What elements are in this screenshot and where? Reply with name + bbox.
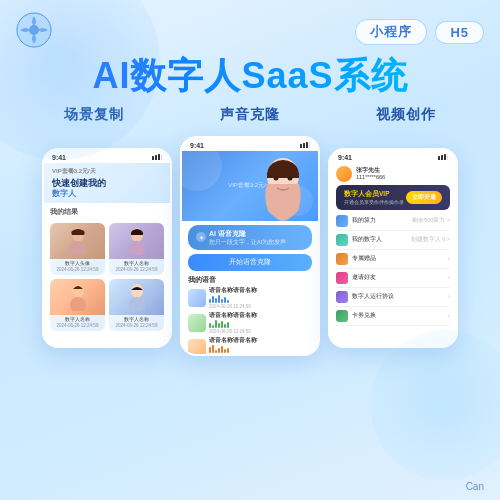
svg-rect-24	[441, 155, 443, 160]
vip-banner: 数字人会员VIP 开通会员享受作伴作操作录 立即开通	[336, 185, 450, 210]
phone2-banner: VIP套餐3.2元/天	[182, 151, 318, 221]
status-bar-2: 9:41	[182, 138, 318, 151]
svg-point-9	[129, 241, 145, 255]
user-avatar	[336, 166, 352, 182]
miniprogram-badge: 小程序	[355, 19, 427, 45]
avatar-card-1: 数字人头像 2024-06-26 12:24:59	[50, 223, 105, 275]
voice-item-3: 语音名称语音名称 2024-06-26 12:24:59	[188, 337, 312, 356]
voice-clone-btn[interactable]: 开始语音克隆	[188, 254, 312, 271]
avatar-card-3: 数字人名称 2024-06-26 12:24:59	[50, 279, 105, 331]
voice-item-1: 语音名称语音名称 2024-06-26 12:24:59	[188, 287, 312, 309]
svg-text:✦: ✦	[199, 235, 204, 241]
svg-point-13	[129, 297, 145, 311]
menu-item-4: 邀请好友 ›	[336, 269, 450, 288]
avatar-card-2: 数字人名称 2024-06-26 12:24:59	[109, 223, 164, 275]
menu-item-1: 我的算力 剩余500算力 >	[336, 212, 450, 231]
svg-rect-4	[158, 154, 160, 160]
svg-rect-5	[161, 154, 162, 160]
feature-voice: 声音克隆	[220, 106, 280, 124]
phone1-section: 我的结果	[44, 203, 170, 221]
svg-rect-23	[438, 156, 440, 160]
svg-point-20	[288, 175, 293, 180]
phone-mockup-2: 9:41 VIP套餐3	[180, 136, 320, 356]
menu-item-2: 我的数字人 创建数字人 0 >	[336, 231, 450, 250]
vip-open-btn[interactable]: 立即开通	[406, 191, 442, 204]
svg-rect-15	[303, 143, 305, 148]
svg-point-12	[131, 284, 143, 298]
voice-list: 语音名称语音名称 2024-06-26 12:24:59	[188, 287, 312, 356]
svg-point-11	[70, 297, 86, 311]
phone3-menu: 我的算力 剩余500算力 > 我的数字人 创建数字人 0 > 专属赠品	[330, 210, 456, 328]
phone-mockup-3: 9:41 张字先生 111*****666 数字人会员VIP 开通会员享受作伴作…	[328, 148, 458, 348]
menu-item-5: 数字人运行协议 ›	[336, 288, 450, 307]
voice-item-2: 语音名称语音名称 2024-06-26 12:24:59	[188, 312, 312, 334]
avatar-card-4: 数字人名称 2024-06-26 12:24:59	[109, 279, 164, 331]
svg-rect-25	[444, 154, 446, 160]
svg-rect-17	[309, 142, 310, 148]
phone1-avatars: 数字人头像 2024-06-26 12:24:59 数字人名称 2024-06-…	[44, 221, 170, 335]
menu-item-3: 专属赠品 ›	[336, 250, 450, 269]
svg-point-7	[70, 241, 86, 255]
phone1-header: VIP套餐3.2元/天 快速创建我的 数字人	[44, 163, 170, 204]
feature-video: 视频创作	[376, 106, 436, 124]
svg-rect-14	[300, 144, 302, 148]
status-bar-3: 9:41	[330, 150, 456, 163]
ai-badge: ✦ AI 语音克隆 您只一段文字，让AI为您发声	[188, 225, 312, 250]
phone3-user-header: 张字先生 111*****666	[330, 163, 456, 185]
phones-row: 9:41 VIP套餐3.2元/天 快速创建我的 数字人 我的结果	[16, 136, 484, 356]
phone2-content: ✦ AI 语音克隆 您只一段文字，让AI为您发声 开始语音克隆 我的语音 语音名…	[182, 221, 318, 356]
svg-point-19	[274, 175, 279, 180]
svg-rect-3	[155, 155, 157, 160]
bottom-text: Can	[466, 481, 484, 492]
svg-rect-16	[306, 142, 308, 148]
svg-rect-26	[447, 154, 448, 160]
phone2-section: 我的语音	[188, 275, 312, 285]
phone-mockup-1: 9:41 VIP套餐3.2元/天 快速创建我的 数字人 我的结果	[42, 148, 172, 348]
svg-rect-2	[152, 156, 154, 160]
menu-item-6: 卡券兑换 ›	[336, 307, 450, 326]
badge-group: 小程序 H5	[355, 19, 484, 45]
h5-badge: H5	[435, 21, 484, 44]
